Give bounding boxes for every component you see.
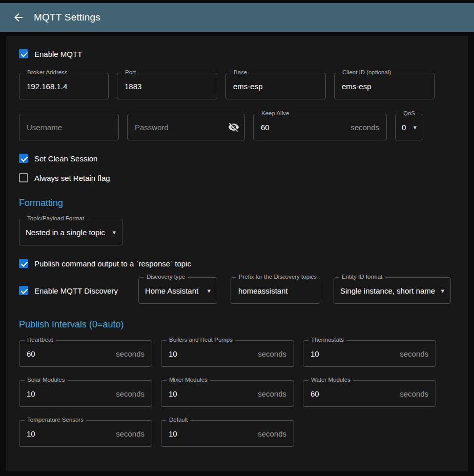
interval-input[interactable]	[161, 389, 258, 398]
interval-input[interactable]	[303, 389, 400, 398]
topic-format-value: Nested in a single topic	[26, 228, 105, 237]
topic-format-label: Topic/Payload Format	[25, 215, 87, 221]
interval-field-mixer[interactable]: Mixer Modules seconds	[161, 380, 294, 407]
interval-label: Heartbeat	[25, 337, 56, 343]
interval-suffix: seconds	[116, 389, 152, 398]
app-bar: MQTT Settings	[0, 3, 474, 32]
back-arrow-icon	[12, 11, 25, 24]
interval-suffix: seconds	[258, 349, 294, 358]
client-id-field[interactable]: Client ID (optional)	[334, 73, 435, 99]
port-field[interactable]: Port	[117, 73, 217, 99]
interval-input[interactable]	[161, 349, 258, 358]
enable-mqtt-row: Enable MQTT	[19, 49, 455, 58]
keep-alive-input[interactable]	[254, 123, 351, 132]
connection-field-row: Broker Address Port Base Client ID (opti…	[19, 73, 455, 99]
discovery-enable-label: Enable MQTT Discovery	[34, 286, 118, 295]
formatting-heading: Formatting	[19, 198, 455, 209]
qos-label: QoS	[401, 110, 418, 116]
username-input[interactable]	[19, 123, 118, 132]
broker-address-label: Broker Address	[25, 69, 70, 75]
interval-label: Water Modules	[308, 377, 353, 383]
qos-value: 0	[402, 123, 406, 132]
eye-off-icon[interactable]	[228, 121, 244, 133]
keep-alive-field[interactable]: Keep Alive seconds	[253, 114, 387, 140]
entity-id-format-label: Entity ID format	[339, 274, 385, 280]
interval-label: Boilers and Heat Pumps	[167, 337, 235, 343]
port-input[interactable]	[117, 82, 217, 91]
keep-alive-label: Keep Alive	[259, 110, 292, 116]
clean-session-label: Set Clean Session	[34, 154, 97, 163]
username-field[interactable]	[19, 114, 119, 140]
interval-label: Temperature Sensors	[25, 417, 86, 423]
interval-label: Thermostats	[308, 337, 346, 343]
entity-id-format-select[interactable]: Entity ID format Single instance, short …	[334, 277, 451, 304]
enable-mqtt-checkbox[interactable]	[19, 49, 28, 58]
broker-address-field[interactable]: Broker Address	[19, 73, 109, 99]
intervals-grid: Heartbeat seconds Boilers and Heat Pumps…	[19, 340, 455, 447]
port-label: Port	[122, 69, 138, 75]
interval-field-heartbeat[interactable]: Heartbeat seconds	[19, 340, 152, 367]
interval-field-temperature-sensors[interactable]: Temperature Sensors seconds	[19, 420, 152, 447]
client-id-label: Client ID (optional)	[340, 69, 394, 75]
base-label: Base	[231, 69, 250, 75]
retain-flag-label: Always set Retain flag	[34, 174, 110, 182]
enable-mqtt-label: Enable MQTT	[34, 50, 82, 58]
interval-label: Mixer Modules	[167, 377, 210, 383]
clean-session-row: Set Clean Session	[19, 154, 455, 163]
interval-input[interactable]	[19, 349, 116, 358]
discovery-enable-group: Enable MQTT Discovery	[19, 286, 138, 295]
discovery-prefix-input[interactable]	[231, 286, 320, 295]
publish-response-checkbox[interactable]	[19, 259, 28, 268]
mqtt-discovery-row: Enable MQTT Discovery Discovery type Hom…	[19, 277, 455, 304]
interval-field-boilers[interactable]: Boilers and Heat Pumps seconds	[161, 340, 294, 367]
client-id-input[interactable]	[335, 82, 434, 91]
keep-alive-suffix: seconds	[351, 123, 386, 132]
interval-field-solar[interactable]: Solar Modules seconds	[19, 380, 152, 407]
back-button[interactable]	[8, 7, 29, 28]
chevron-down-icon: ▾	[202, 287, 211, 295]
discovery-type-value: Home Assistant	[145, 286, 198, 295]
interval-suffix: seconds	[258, 429, 294, 438]
settings-panel: Enable MQTT Broker Address Port Base Cli…	[6, 36, 468, 471]
discovery-prefix-field[interactable]: Prefix for the Discovery topics	[231, 277, 320, 304]
base-input[interactable]	[226, 82, 325, 91]
chevron-down-icon: ▾	[436, 287, 444, 295]
interval-field-water[interactable]: Water Modules seconds	[303, 380, 436, 407]
interval-suffix: seconds	[116, 349, 152, 358]
credentials-field-row: Keep Alive seconds QoS 0 ▾	[19, 114, 455, 140]
retain-flag-checkbox[interactable]	[19, 173, 28, 182]
interval-suffix: seconds	[258, 389, 294, 398]
interval-input[interactable]	[19, 389, 116, 398]
discovery-fields: Discovery type Home Assistant ▾ Prefix f…	[138, 277, 451, 304]
topic-format-row: Topic/Payload Format Nested in a single …	[19, 219, 455, 245]
interval-suffix: seconds	[400, 349, 436, 358]
base-field[interactable]: Base	[225, 73, 326, 99]
interval-label: Default	[167, 417, 190, 423]
discovery-type-select[interactable]: Discovery type Home Assistant ▾	[138, 277, 217, 304]
interval-label: Solar Modules	[25, 377, 68, 383]
chevron-down-icon: ▾	[408, 123, 417, 131]
page-title: MQTT Settings	[34, 12, 100, 23]
chevron-down-icon: ▾	[107, 229, 116, 236]
discovery-enable-checkbox[interactable]	[19, 286, 28, 295]
intervals-heading: Publish Intervals (0=auto)	[19, 319, 455, 330]
interval-input[interactable]	[19, 429, 116, 438]
interval-field-default[interactable]: Default seconds	[161, 420, 294, 447]
interval-suffix: seconds	[400, 389, 436, 398]
topic-format-select[interactable]: Topic/Payload Format Nested in a single …	[19, 219, 122, 245]
publish-response-row: Publish command output to a `response` t…	[19, 259, 455, 268]
interval-input[interactable]	[161, 429, 258, 438]
password-field[interactable]	[127, 114, 245, 140]
publish-response-label: Publish command output to a `response` t…	[34, 259, 191, 268]
entity-id-format-value: Single instance, short name	[340, 286, 435, 295]
clean-session-checkbox[interactable]	[19, 154, 28, 163]
interval-field-thermostats[interactable]: Thermostats seconds	[303, 340, 436, 367]
discovery-prefix-label: Prefix for the Discovery topics	[236, 274, 319, 280]
qos-select[interactable]: QoS 0 ▾	[395, 114, 423, 140]
password-input[interactable]	[128, 123, 228, 132]
broker-address-input[interactable]	[19, 82, 108, 91]
discovery-type-label: Discovery type	[144, 274, 188, 280]
interval-suffix: seconds	[116, 429, 152, 438]
interval-input[interactable]	[303, 349, 400, 358]
retain-flag-row: Always set Retain flag	[19, 173, 455, 182]
